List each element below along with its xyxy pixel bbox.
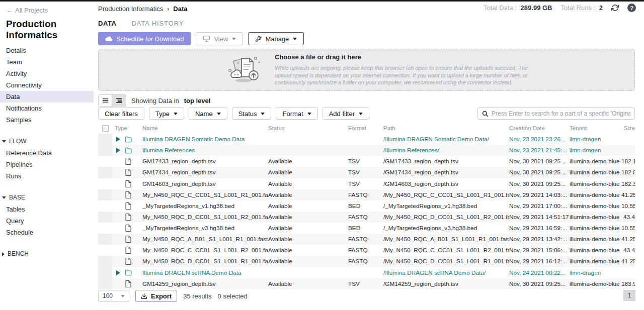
row-path: /GM14603_region_depth.tsv	[383, 180, 509, 187]
select-all-checkbox[interactable]	[102, 125, 109, 132]
table-row[interactable]: My_N450_RQC_D_CC01_S1_L001_R2_001.fastq.…	[98, 212, 635, 223]
row-path: /My_N450_RQC_C_CC01_S1_L001_R1_001.fastq…	[383, 191, 509, 198]
sidebar-item-pipelines[interactable]: Pipelines	[0, 159, 94, 170]
sidebar-item-schedule[interactable]: Schedule	[0, 227, 94, 238]
table-row[interactable]: Illumina DRAGEN Somatic Demo Data/Illumi…	[98, 134, 635, 145]
sidebar-item-query[interactable]: Query	[0, 215, 94, 227]
table-row[interactable]: Illumina References/Illumina References/…	[98, 145, 635, 156]
expand-row-button[interactable]	[114, 270, 122, 275]
help-button[interactable]: ?	[627, 4, 636, 12]
column-header-name[interactable]: Name	[142, 125, 268, 131]
row-path: /My_N450_RQC_A_B01_S1_L001_R1_001.fastq.…	[383, 236, 509, 243]
view-button[interactable]: View	[196, 32, 243, 45]
filter-dropdown-add-filter[interactable]: Add filter	[323, 108, 369, 120]
clear-filters-button[interactable]: Clear filters	[98, 108, 144, 120]
filter-dropdown-name[interactable]: Name	[189, 108, 227, 120]
table-row[interactable]: Illumina DRAGEN scRNA Demo Data/Illumina…	[98, 267, 635, 278]
sidebar-item-team[interactable]: Team	[0, 56, 94, 68]
expand-row-button[interactable]	[114, 148, 122, 153]
row-select-cell	[98, 267, 112, 278]
sidebar-item-activity[interactable]: Activity	[0, 68, 94, 79]
filter-dropdown-format[interactable]: Format	[276, 108, 317, 120]
filter-dropdown-label: Add filter	[329, 110, 355, 118]
row-size: 43.4	[621, 214, 635, 221]
back-to-all-projects-link[interactable]: ← All Projects	[6, 7, 88, 14]
export-button[interactable]: Export	[135, 290, 177, 302]
row-size: 43.4	[621, 247, 635, 254]
column-header-status[interactable]: Status	[268, 125, 348, 131]
data-name-link[interactable]: Illumina DRAGEN scRNA Demo Data	[142, 269, 268, 276]
column-header-creation-date[interactable]: Creation Date	[509, 125, 570, 131]
column-header-type[interactable]: Type	[112, 125, 142, 131]
row-path: /_MyTargetedRegions_v3.hg38.bed	[383, 225, 509, 232]
refresh-button[interactable]	[611, 4, 619, 12]
page-number-button[interactable]: 1	[623, 290, 635, 301]
row-path: /GM14259_region_depth.tsv	[383, 280, 509, 287]
sidebar-section-header-bench[interactable]: BENCH	[0, 248, 94, 260]
sidebar-item-reference-data[interactable]: Reference Data	[0, 147, 94, 159]
file-dropzone[interactable]: Choose a file or drag it here While uplo…	[98, 49, 635, 91]
table-row[interactable]: GM17434_region_depth.tsvAvailableTSV/GM1…	[98, 167, 635, 178]
table-row[interactable]: GM14603_region_depth.tsvAvailableTSV/GM1…	[98, 178, 635, 189]
row-path: /My_N450_RQC_D_CC01_S1_L001_R2_001.fastq…	[383, 214, 509, 221]
file-icon	[125, 247, 131, 254]
table-row[interactable]: My_N450_RQC_C_CC01_S1_L001_R2_001.fastq.…	[98, 245, 635, 256]
row-type-cell	[112, 280, 142, 287]
tab-data-history[interactable]: DATA HISTORY	[132, 20, 184, 27]
flat-list-icon	[102, 97, 109, 104]
filter-dropdown-status[interactable]: Status	[232, 108, 272, 120]
folder-icon	[123, 147, 133, 154]
row-creation-date: Nov, 29 2021 16:59:...	[509, 225, 570, 232]
dropzone-text: Choose a file or drag it here While uplo…	[275, 53, 556, 86]
row-status: Available	[268, 180, 348, 187]
schedule-for-download-button[interactable]: Schedule for Download	[98, 32, 191, 45]
sidebar-item-notifications[interactable]: Notifications	[0, 102, 94, 114]
filter-dropdown-type[interactable]: Type	[149, 108, 184, 120]
table-row[interactable]: GM17433_region_depth.tsvAvailableTSV/GM1…	[98, 156, 635, 167]
row-type-cell	[112, 147, 142, 154]
view-button-label: View	[214, 35, 228, 43]
table-row[interactable]: My_N450_RQC_A_B01_S1_L001_R1_001.fastq.g…	[98, 234, 635, 245]
column-header-size[interactable]: Size	[621, 125, 635, 131]
chevron-down-icon	[261, 113, 265, 115]
manage-button[interactable]: Manage	[248, 32, 304, 45]
expand-row-button[interactable]	[114, 137, 122, 142]
row-status: Available	[268, 280, 348, 287]
back-link-label: All Projects	[15, 7, 48, 14]
sidebar-item-connectivity[interactable]: Connectivity	[0, 79, 94, 91]
row-type-cell	[112, 258, 142, 265]
row-status: Available	[268, 158, 348, 165]
file-icon	[123, 214, 133, 221]
sidebar-item-runs[interactable]: Runs	[0, 170, 94, 182]
breadcrumb-project-link[interactable]: Production Informatics	[98, 5, 163, 13]
column-header-path[interactable]: Path	[383, 125, 509, 131]
data-name-link[interactable]: Illumina DRAGEN Somatic Demo Data	[142, 136, 268, 143]
sidebar-section-header-flow[interactable]: FLOW	[0, 136, 94, 147]
sidebar-item-data[interactable]: Data	[0, 91, 94, 102]
row-creation-date: Nov, 29 2021 17:00:...	[509, 202, 570, 210]
page-size-select[interactable]: 100	[98, 290, 129, 302]
table-row[interactable]: _MyTargetedRegions_v3.hg38.bedAvailableB…	[98, 223, 635, 234]
header-stats: Total Data : 289.99 GB Total Runs : 2 ?	[484, 4, 636, 12]
row-type-cell	[112, 180, 142, 187]
data-name-link[interactable]: Illumina References	[142, 147, 268, 154]
sidebar-section-header-base[interactable]: BASE	[0, 192, 94, 203]
row-format: TSV	[348, 180, 383, 187]
table-row[interactable]: My_N450_RQC_D_CC01_S1_L001_R1_001.fastq.…	[98, 256, 635, 267]
row-type-cell	[112, 225, 142, 232]
search-input[interactable]	[492, 110, 630, 117]
flat-list-view-button[interactable]	[99, 95, 112, 106]
table-row[interactable]: My_N450_RQC_C_CC01_S1_L001_R1_001.fastq.…	[98, 189, 635, 200]
column-header-tenant[interactable]: Tenant	[570, 125, 621, 131]
sidebar-item-details[interactable]: Details	[0, 45, 94, 56]
file-icon	[125, 180, 131, 187]
row-status: Available	[268, 202, 348, 210]
row-tenant: illumina-demo-blue	[570, 258, 621, 265]
tree-list-view-button[interactable]	[112, 95, 126, 106]
column-header-format[interactable]: Format	[348, 125, 383, 131]
table-row[interactable]: _MyTargetedRegions_v1.hg38.bedAvailableB…	[98, 200, 635, 212]
sidebar-item-samples[interactable]: Samples	[0, 114, 94, 126]
tab-data[interactable]: DATA	[98, 20, 117, 27]
table-row[interactable]: GM14259_region_depth.tsvAvailableTSV/GM1…	[98, 278, 635, 289]
sidebar-item-tables[interactable]: Tables	[0, 203, 94, 215]
